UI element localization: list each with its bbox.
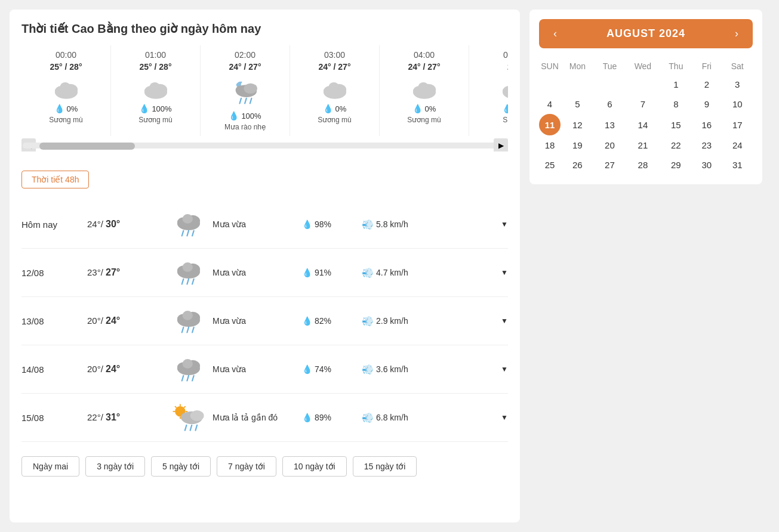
svg-line-13 [250, 98, 251, 104]
hourly-scroll[interactable]: 00:00 25° / 28° 💧0% Sương mù 01:00 25° /… [21, 45, 508, 136]
forecast-period-button[interactable]: 15 ngày tới [353, 456, 417, 477]
calendar-day[interactable]: 21 [625, 135, 660, 155]
calendar-header: ‹ AUGUST 2024 › [539, 19, 753, 48]
calendar-day[interactable]: 8 [661, 94, 691, 114]
forecast-period-button[interactable]: 7 ngày tới [217, 456, 276, 477]
calendar-next-btn[interactable]: › [730, 26, 743, 41]
svg-point-29 [183, 214, 193, 224]
svg-point-23 [502, 86, 508, 96]
calendar-day[interactable]: 27 [595, 155, 625, 175]
calendar-day[interactable]: 25 [539, 155, 561, 175]
expand-arrow[interactable]: ▼ [501, 413, 508, 422]
hour-icon [27, 76, 104, 100]
expand-arrow[interactable]: ▼ [501, 365, 508, 373]
calendar-day[interactable]: 12 [561, 114, 595, 135]
calendar-day[interactable]: 26 [561, 155, 595, 175]
daily-rain: 💧98% [302, 219, 362, 229]
hour-icon [207, 76, 284, 107]
daily-rain: 💧89% [302, 413, 362, 422]
calendar-day[interactable]: 19 [561, 135, 595, 155]
calendar-day[interactable]: 31 [722, 155, 753, 175]
raindrop-icon: 💧 [302, 364, 312, 374]
svg-line-37 [182, 279, 184, 284]
daily-section: Hôm nay 24°/ 30° Mưa vừa 💧98% 💨5.8 km/h … [21, 200, 508, 442]
calendar-day[interactable]: 7 [625, 94, 660, 114]
svg-point-64 [190, 410, 204, 421]
forecast-period-button[interactable]: 3 ngày tới [85, 456, 145, 477]
hour-time: 00:00 [27, 50, 104, 60]
svg-line-52 [187, 376, 189, 381]
wind-icon: 💨 [362, 267, 374, 279]
expand-arrow[interactable]: ▼ [501, 317, 508, 325]
forecast-period-button[interactable]: 10 ngày tới [282, 456, 347, 477]
calendar-day[interactable]: 9 [691, 94, 722, 114]
hour-icon [117, 76, 194, 100]
raindrop-icon: 💧 [302, 268, 312, 277]
svg-point-36 [183, 262, 193, 272]
raindrop-icon: 💧 [139, 104, 149, 113]
scroll-right-btn[interactable]: ▶ [494, 138, 508, 151]
svg-point-7 [149, 82, 159, 92]
svg-point-43 [183, 311, 193, 320]
svg-line-61 [184, 406, 186, 408]
calendar-day [595, 75, 625, 94]
forecast-period-button[interactable]: Ngày mai [21, 456, 79, 477]
daily-desc: Mưa vừa [213, 219, 302, 229]
calendar-day[interactable]: 11 [539, 114, 561, 135]
calendar-day[interactable]: 29 [661, 155, 691, 175]
hour-temp: 24° / 27° [296, 62, 373, 72]
daily-desc: Mưa vừa [213, 364, 302, 374]
hour-icon [386, 76, 463, 100]
svg-line-65 [185, 425, 187, 431]
hour-time: 04:00 [386, 50, 463, 60]
daily-rain: 💧82% [302, 316, 362, 326]
svg-line-44 [182, 327, 184, 333]
calendar-day[interactable]: 13 [595, 114, 625, 135]
daily-row: Hôm nay 24°/ 30° Mưa vừa 💧98% 💨5.8 km/h … [21, 200, 508, 249]
calendar-day-header: Fri [691, 58, 722, 75]
calendar-day[interactable]: 14 [625, 114, 660, 135]
daily-temp: 20°/ 24° [87, 316, 165, 326]
hour-rain: 💧0% [296, 104, 373, 113]
svg-line-45 [187, 327, 189, 333]
hour-desc: Sương [475, 116, 508, 124]
hour-icon [296, 76, 373, 100]
expand-arrow[interactable]: ▼ [501, 220, 508, 228]
calendar-day [561, 75, 595, 94]
calendar-grid: SUNMonTueWedThuFriSat 123456789101112131… [539, 58, 753, 175]
calendar-day[interactable]: 30 [691, 155, 722, 175]
calendar-day[interactable]: 4 [539, 94, 561, 114]
forecast-48h-button[interactable]: Thời tiết 48h [21, 171, 89, 188]
calendar-day[interactable]: 18 [539, 135, 561, 155]
raindrop-icon: 💧 [302, 219, 312, 229]
right-panel: ‹ AUGUST 2024 › SUNMonTueWedThuFriSat 12… [529, 10, 762, 184]
calendar-day[interactable]: 22 [661, 135, 691, 155]
calendar-prev-btn[interactable]: ‹ [549, 26, 562, 41]
calendar-day[interactable]: 5 [561, 94, 595, 114]
calendar-day[interactable]: 23 [691, 135, 722, 155]
calendar-day[interactable]: 3 [722, 75, 753, 94]
daily-wind: 💨2.9 km/h [362, 316, 501, 327]
calendar-day[interactable]: 16 [691, 114, 722, 135]
hour-item: 05:00 24° 💧8% Sương [469, 45, 508, 136]
wind-icon: 💨 [362, 412, 374, 423]
calendar-day[interactable]: 28 [625, 155, 660, 175]
daily-temp: 20°/ 24° [87, 364, 165, 375]
svg-point-50 [183, 359, 193, 369]
calendar-day[interactable]: 20 [595, 135, 625, 155]
calendar-day[interactable]: 1 [661, 75, 691, 94]
calendar-day[interactable]: 6 [595, 94, 625, 114]
daily-row: 12/08 23°/ 27° Mưa vừa 💧91% 💨4.7 km/h ▼ [21, 249, 508, 297]
calendar-day[interactable]: 2 [691, 75, 722, 94]
calendar-day[interactable]: 17 [722, 114, 753, 135]
daily-icon [165, 354, 213, 385]
svg-line-12 [245, 98, 247, 104]
calendar-day[interactable]: 10 [722, 94, 753, 114]
hour-rain: 💧100% [207, 111, 284, 120]
forecast-period-button[interactable]: 5 ngày tới [151, 456, 211, 477]
expand-arrow[interactable]: ▼ [501, 268, 508, 277]
daily-icon [165, 209, 213, 240]
calendar-day[interactable]: 24 [722, 135, 753, 155]
calendar-day[interactable]: 15 [661, 114, 691, 135]
hour-rain: 💧100% [117, 104, 194, 113]
